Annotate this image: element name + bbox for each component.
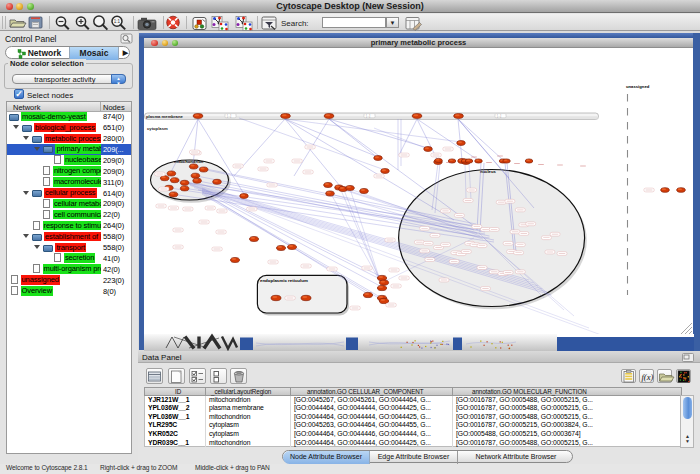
svg-text:endoplasmic reticulum: endoplasmic reticulum bbox=[260, 278, 308, 283]
svg-text:cytoplasm: cytoplasm bbox=[147, 126, 168, 131]
svg-text:unassigned: unassigned bbox=[626, 84, 650, 89]
svg-text:plasma membrane: plasma membrane bbox=[146, 114, 183, 119]
svg-text:[...]: [...] bbox=[366, 114, 370, 118]
svg-text:1:1: 1:1 bbox=[114, 19, 121, 24]
svg-text:nucleus: nucleus bbox=[480, 169, 496, 174]
svg-text:f(x): f(x) bbox=[642, 372, 654, 382]
svg-text:[...]: [...] bbox=[227, 114, 231, 118]
svg-text:mitochondrion: mitochondrion bbox=[174, 159, 204, 164]
svg-text:[...]: [...] bbox=[497, 114, 501, 118]
